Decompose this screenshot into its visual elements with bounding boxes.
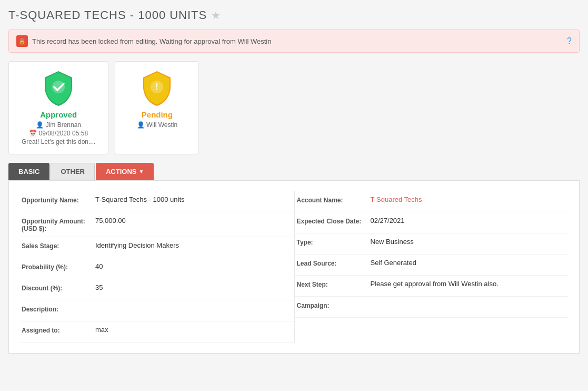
label-assigned-to: Assigned to: <box>22 326 95 334</box>
field-next-step: Next Step: Please get approval from Will… <box>295 276 569 297</box>
alert-message: This record has been locked from editing… <box>32 37 271 45</box>
alert-left: 🔒 This record has been locked from editi… <box>16 35 271 47</box>
field-sales-stage: Sales Stage: Identifying Decision Makers <box>19 237 294 258</box>
tabs-bar: BASIC OTHER ACTIONS ▼ <box>8 163 580 180</box>
field-account-name: Account Name: T-Squared Techs <box>295 191 569 212</box>
label-description: Description: <box>22 305 95 313</box>
detail-col-right: Account Name: T-Squared Techs Expected C… <box>294 191 569 343</box>
field-discount: Discount (%): 35 <box>19 279 294 300</box>
value-expected-close-date: 02/27/2021 <box>371 217 567 224</box>
approval-card-approved: Approved 👤 Jim Brennan 📅 09/08/2020 05:5… <box>8 61 108 154</box>
label-campaign: Campaign: <box>297 301 371 309</box>
field-opportunity-amount: Opportunity Amount:(USD $): 75,000.00 <box>19 212 294 237</box>
svg-text:!: ! <box>156 82 158 91</box>
value-opportunity-amount: 75,000.00 <box>95 217 292 224</box>
approval-user-pending: 👤 Will Westin <box>128 121 186 129</box>
label-opportunity-name: Opportunity Name: <box>22 196 95 204</box>
user-icon: 👤 <box>36 121 44 129</box>
value-next-step: Please get approval from Will Westin als… <box>371 280 567 288</box>
field-campaign: Campaign: <box>295 297 569 318</box>
shield-pending-icon: ! <box>141 70 173 106</box>
approval-user-approved: 👤 Jim Brennan <box>22 121 95 129</box>
value-sales-stage: Identifying Decision Makers <box>95 241 292 249</box>
label-probability: Probability (%): <box>22 262 95 271</box>
field-description: Description: <box>19 300 294 321</box>
approval-card-pending: ! Pending 👤 Will Westin <box>115 61 199 154</box>
user-icon-pending: 👤 <box>137 121 145 129</box>
label-lead-source: Lead Source: <box>297 259 371 267</box>
value-lead-source: Self Generated <box>371 259 567 267</box>
page-container: T-SQUARED TECHS - 1000 UNITS ★ 🔒 This re… <box>0 0 588 391</box>
calendar-icon: 📅 <box>29 130 37 137</box>
favorite-star-icon[interactable]: ★ <box>211 9 221 22</box>
value-assigned-to: max <box>95 326 292 334</box>
field-probability: Probability (%): 40 <box>19 258 294 279</box>
tab-basic[interactable]: BASIC <box>8 163 49 180</box>
label-discount: Discount (%): <box>22 284 95 292</box>
page-title: T-SQUARED TECHS - 1000 UNITS ★ <box>8 8 580 22</box>
field-lead-source: Lead Source: Self Generated <box>295 255 569 276</box>
label-account-name: Account Name: <box>297 196 371 204</box>
approval-status-approved: Approved <box>22 110 95 119</box>
field-assigned-to: Assigned to: max <box>19 321 294 343</box>
label-next-step: Next Step: <box>297 280 371 288</box>
label-type: Type: <box>297 238 371 246</box>
value-type: New Business <box>371 238 567 246</box>
field-type: Type: New Business <box>295 233 569 255</box>
detail-panel: Opportunity Name: T-Squared Techs - 1000… <box>8 180 580 354</box>
value-opportunity-name: T-Squared Techs - 1000 units <box>95 196 292 203</box>
approval-status-pending: Pending <box>128 110 186 119</box>
actions-dropdown-arrow: ▼ <box>138 169 144 174</box>
approval-comment-approved: Great! Let's get this don.... <box>22 138 95 145</box>
label-sales-stage: Sales Stage: <box>22 241 95 250</box>
field-opportunity-name: Opportunity Name: T-Squared Techs - 1000… <box>19 191 294 212</box>
label-opportunity-amount: Opportunity Amount:(USD $): <box>22 217 95 232</box>
detail-grid: Opportunity Name: T-Squared Techs - 1000… <box>19 191 569 343</box>
lock-icon: 🔒 <box>16 35 28 47</box>
tab-other[interactable]: OTHER <box>51 163 95 180</box>
alert-bar: 🔒 This record has been locked from editi… <box>8 30 580 53</box>
detail-col-left: Opportunity Name: T-Squared Techs - 1000… <box>19 191 294 343</box>
value-probability: 40 <box>95 262 292 270</box>
value-discount: 35 <box>95 284 292 291</box>
page-title-text: T-SQUARED TECHS - 1000 UNITS <box>8 8 207 22</box>
help-icon[interactable]: ? <box>567 36 572 46</box>
approval-cards: Approved 👤 Jim Brennan 📅 09/08/2020 05:5… <box>8 61 580 154</box>
value-account-name[interactable]: T-Squared Techs <box>371 196 567 203</box>
label-expected-close-date: Expected Close Date: <box>297 217 371 225</box>
shield-approved-icon <box>43 70 74 106</box>
tab-actions[interactable]: ACTIONS ▼ <box>96 163 154 180</box>
field-expected-close-date: Expected Close Date: 02/27/2021 <box>295 212 569 233</box>
approval-date-approved: 📅 09/08/2020 05:58 <box>22 130 95 137</box>
